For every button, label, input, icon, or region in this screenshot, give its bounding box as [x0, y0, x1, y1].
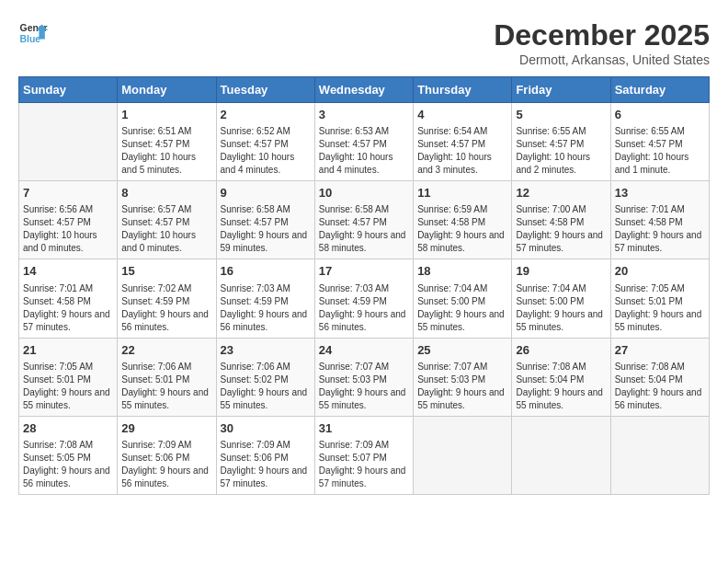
day-info: Sunrise: 6:58 AMSunset: 4:57 PMDaylight:…: [319, 203, 409, 255]
location: Dermott, Arkansas, United States: [494, 52, 710, 67]
calendar-day-cell: 25Sunrise: 7:07 AMSunset: 5:03 PMDayligh…: [414, 338, 512, 416]
day-number: 18: [417, 263, 507, 280]
day-number: 25: [417, 342, 507, 359]
day-info: Sunrise: 7:08 AMSunset: 5:05 PMDaylight:…: [23, 439, 113, 490]
day-number: 11: [417, 185, 507, 201]
day-number: 23: [221, 342, 311, 359]
day-info: Sunrise: 6:53 AMSunset: 4:57 PMDaylight:…: [319, 125, 409, 177]
svg-text:Blue: Blue: [20, 34, 41, 44]
day-number: 22: [121, 342, 211, 359]
day-info: Sunrise: 6:54 AMSunset: 4:57 PMDaylight:…: [417, 125, 507, 177]
calendar-day-cell: 4Sunrise: 6:54 AMSunset: 4:57 PMDaylight…: [414, 103, 512, 181]
calendar-week-row: 1Sunrise: 6:51 AMSunset: 4:57 PMDaylight…: [19, 103, 710, 181]
day-info: Sunrise: 7:03 AMSunset: 4:59 PMDaylight:…: [319, 282, 409, 334]
day-info: Sunrise: 7:03 AMSunset: 4:59 PMDaylight:…: [221, 282, 311, 334]
calendar-day-cell: 29Sunrise: 7:09 AMSunset: 5:06 PMDayligh…: [118, 416, 216, 494]
day-info: Sunrise: 7:04 AMSunset: 5:00 PMDaylight:…: [417, 282, 507, 334]
day-number: 5: [516, 107, 606, 123]
day-info: Sunrise: 7:01 AMSunset: 4:58 PMDaylight:…: [23, 282, 113, 334]
calendar-day-cell: 19Sunrise: 7:04 AMSunset: 5:00 PMDayligh…: [512, 259, 610, 338]
logo: General Blue: [18, 18, 48, 48]
logo-icon: General Blue: [18, 18, 48, 48]
header-row: SundayMondayTuesdayWednesdayThursdayFrid…: [19, 77, 710, 103]
day-number: 15: [121, 263, 211, 280]
weekday-header: Saturday: [610, 77, 709, 103]
calendar-header: SundayMondayTuesdayWednesdayThursdayFrid…: [19, 77, 710, 103]
day-info: Sunrise: 6:51 AMSunset: 4:57 PMDaylight:…: [121, 125, 211, 177]
day-info: Sunrise: 6:55 AMSunset: 4:57 PMDaylight:…: [615, 125, 705, 177]
calendar-day-cell: 11Sunrise: 6:59 AMSunset: 4:58 PMDayligh…: [414, 181, 512, 259]
calendar-week-row: 21Sunrise: 7:05 AMSunset: 5:01 PMDayligh…: [19, 338, 710, 416]
weekday-header: Tuesday: [216, 77, 314, 103]
weekday-header: Sunday: [19, 77, 118, 103]
calendar-day-cell: 12Sunrise: 7:00 AMSunset: 4:58 PMDayligh…: [512, 181, 610, 259]
day-info: Sunrise: 7:02 AMSunset: 4:59 PMDaylight:…: [121, 282, 211, 334]
day-number: 9: [221, 185, 311, 201]
calendar-day-cell: 21Sunrise: 7:05 AMSunset: 5:01 PMDayligh…: [19, 338, 118, 416]
calendar-day-cell: 26Sunrise: 7:08 AMSunset: 5:04 PMDayligh…: [512, 338, 610, 416]
calendar-day-cell: 5Sunrise: 6:55 AMSunset: 4:57 PMDaylight…: [512, 103, 610, 181]
day-info: Sunrise: 7:04 AMSunset: 5:00 PMDaylight:…: [516, 282, 606, 334]
day-number: 31: [319, 420, 409, 437]
calendar-day-cell: 7Sunrise: 6:56 AMSunset: 4:57 PMDaylight…: [19, 181, 118, 259]
calendar-day-cell: 18Sunrise: 7:04 AMSunset: 5:00 PMDayligh…: [414, 259, 512, 338]
calendar-day-cell: 24Sunrise: 7:07 AMSunset: 5:03 PMDayligh…: [314, 338, 413, 416]
calendar-day-cell: [19, 103, 118, 181]
day-info: Sunrise: 7:08 AMSunset: 5:04 PMDaylight:…: [615, 361, 705, 412]
day-info: Sunrise: 7:07 AMSunset: 5:03 PMDaylight:…: [319, 361, 409, 412]
day-number: 6: [615, 107, 705, 123]
day-number: 30: [221, 420, 311, 437]
day-info: Sunrise: 7:00 AMSunset: 4:58 PMDaylight:…: [516, 203, 606, 255]
calendar-day-cell: [610, 416, 709, 494]
calendar-day-cell: 27Sunrise: 7:08 AMSunset: 5:04 PMDayligh…: [610, 338, 709, 416]
day-number: 24: [319, 342, 409, 359]
day-info: Sunrise: 6:55 AMSunset: 4:57 PMDaylight:…: [516, 125, 606, 177]
calendar-day-cell: 2Sunrise: 6:52 AMSunset: 4:57 PMDaylight…: [216, 103, 314, 181]
calendar-day-cell: 28Sunrise: 7:08 AMSunset: 5:05 PMDayligh…: [19, 416, 118, 494]
day-info: Sunrise: 6:52 AMSunset: 4:57 PMDaylight:…: [221, 125, 311, 177]
weekday-header: Friday: [512, 77, 610, 103]
day-info: Sunrise: 7:05 AMSunset: 5:01 PMDaylight:…: [23, 361, 113, 412]
calendar-day-cell: 3Sunrise: 6:53 AMSunset: 4:57 PMDaylight…: [314, 103, 413, 181]
calendar-day-cell: 10Sunrise: 6:58 AMSunset: 4:57 PMDayligh…: [314, 181, 413, 259]
day-number: 12: [516, 185, 606, 201]
weekday-header: Wednesday: [314, 77, 413, 103]
calendar-day-cell: 22Sunrise: 7:06 AMSunset: 5:01 PMDayligh…: [118, 338, 216, 416]
calendar-day-cell: 20Sunrise: 7:05 AMSunset: 5:01 PMDayligh…: [610, 259, 709, 338]
day-info: Sunrise: 6:57 AMSunset: 4:57 PMDaylight:…: [121, 203, 211, 255]
calendar-day-cell: 15Sunrise: 7:02 AMSunset: 4:59 PMDayligh…: [118, 259, 216, 338]
day-number: 1: [121, 107, 211, 123]
weekday-header: Thursday: [414, 77, 512, 103]
day-info: Sunrise: 6:58 AMSunset: 4:57 PMDaylight:…: [221, 203, 311, 255]
calendar-day-cell: 31Sunrise: 7:09 AMSunset: 5:07 PMDayligh…: [314, 416, 413, 494]
day-number: 19: [516, 263, 606, 280]
day-number: 4: [417, 107, 507, 123]
calendar-day-cell: 6Sunrise: 6:55 AMSunset: 4:57 PMDaylight…: [610, 103, 709, 181]
calendar-day-cell: 14Sunrise: 7:01 AMSunset: 4:58 PMDayligh…: [19, 259, 118, 338]
day-number: 21: [23, 342, 113, 359]
day-number: 28: [23, 420, 113, 437]
month-title: December 2025: [494, 18, 710, 52]
day-info: Sunrise: 7:07 AMSunset: 5:03 PMDaylight:…: [417, 361, 507, 412]
title-area: December 2025 Dermott, Arkansas, United …: [494, 18, 710, 67]
day-info: Sunrise: 7:01 AMSunset: 4:58 PMDaylight:…: [615, 203, 705, 255]
day-info: Sunrise: 6:56 AMSunset: 4:57 PMDaylight:…: [23, 203, 113, 255]
day-number: 26: [516, 342, 606, 359]
calendar-day-cell: 8Sunrise: 6:57 AMSunset: 4:57 PMDaylight…: [118, 181, 216, 259]
calendar-day-cell: 17Sunrise: 7:03 AMSunset: 4:59 PMDayligh…: [314, 259, 413, 338]
calendar-week-row: 7Sunrise: 6:56 AMSunset: 4:57 PMDaylight…: [19, 181, 710, 259]
day-number: 7: [23, 185, 113, 201]
calendar-day-cell: [512, 416, 610, 494]
day-info: Sunrise: 6:59 AMSunset: 4:58 PMDaylight:…: [417, 203, 507, 255]
calendar-day-cell: 16Sunrise: 7:03 AMSunset: 4:59 PMDayligh…: [216, 259, 314, 338]
calendar-day-cell: 23Sunrise: 7:06 AMSunset: 5:02 PMDayligh…: [216, 338, 314, 416]
calendar-week-row: 14Sunrise: 7:01 AMSunset: 4:58 PMDayligh…: [19, 259, 710, 338]
day-info: Sunrise: 7:09 AMSunset: 5:07 PMDaylight:…: [319, 439, 409, 490]
calendar-day-cell: 9Sunrise: 6:58 AMSunset: 4:57 PMDaylight…: [216, 181, 314, 259]
day-number: 27: [615, 342, 705, 359]
day-info: Sunrise: 7:06 AMSunset: 5:01 PMDaylight:…: [121, 361, 211, 412]
day-info: Sunrise: 7:08 AMSunset: 5:04 PMDaylight:…: [516, 361, 606, 412]
day-number: 29: [121, 420, 211, 437]
calendar-day-cell: 13Sunrise: 7:01 AMSunset: 4:58 PMDayligh…: [610, 181, 709, 259]
day-number: 10: [319, 185, 409, 201]
